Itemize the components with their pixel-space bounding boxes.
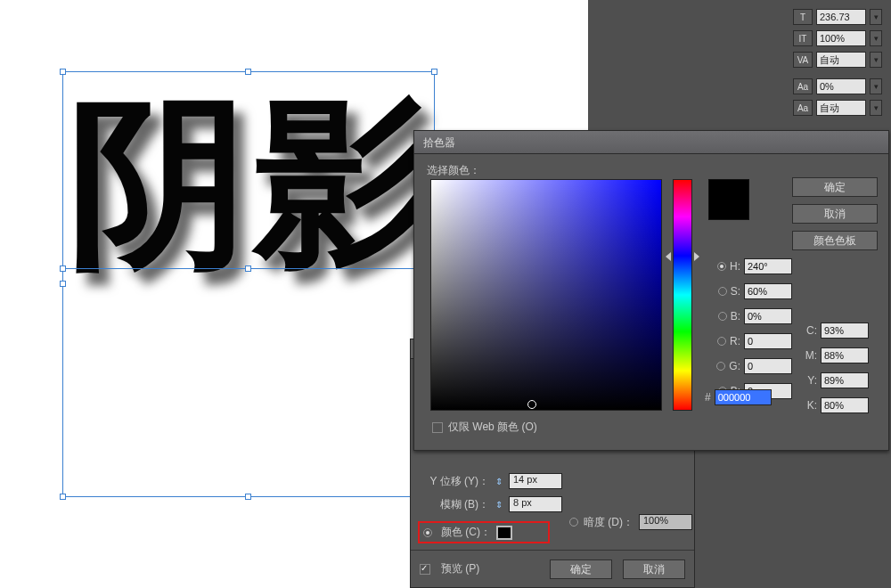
link-icon[interactable]: ⇕ [495, 500, 503, 510]
dialog-title[interactable]: 拾色器 [414, 131, 888, 154]
cancel-button[interactable]: 取消 [623, 559, 685, 579]
s-label: S: [731, 285, 740, 298]
ok-button[interactable]: 确定 [550, 559, 612, 579]
dropdown-icon[interactable]: ▾ [870, 30, 882, 46]
tracking-icon: Aa [793, 100, 813, 116]
kerning-icon: VA [793, 52, 813, 68]
y-offset-label: Y 位移 (Y)： [418, 474, 489, 489]
web-only-checkbox[interactable] [432, 422, 443, 433]
handle-bl[interactable] [60, 494, 66, 500]
k-label: K: [801, 399, 817, 412]
hue-arrow-icon [666, 252, 671, 261]
color-label: 颜色 (C)： [437, 525, 491, 540]
baseline-handle[interactable] [60, 265, 66, 272]
m-field[interactable]: 88% [821, 347, 869, 363]
b-field[interactable]: 0% [744, 308, 792, 324]
tracking-field[interactable]: 自动 [816, 100, 866, 116]
y-label: Y: [801, 374, 817, 387]
saturation-value-box[interactable] [430, 179, 662, 411]
ok-button[interactable]: 确定 [792, 177, 878, 197]
opacity-radio[interactable] [569, 518, 578, 527]
r-radio[interactable] [717, 337, 726, 346]
dropdown-icon[interactable]: ▾ [870, 52, 882, 68]
opacity-label: 暗度 (D)： [584, 515, 634, 530]
h-label: H: [730, 260, 740, 273]
hex-field[interactable]: 000000 [715, 389, 772, 405]
choose-color-label: 选择颜色： [427, 163, 876, 178]
c-field[interactable]: 93% [821, 323, 869, 339]
handle-bm[interactable] [245, 494, 251, 500]
blur-field[interactable]: 8 px [509, 496, 562, 512]
current-color-swatch [708, 179, 749, 220]
hue-arrow-icon [694, 252, 699, 261]
shadow-color-swatch[interactable] [496, 526, 512, 540]
dropdown-icon[interactable]: ▾ [870, 9, 882, 25]
web-only-label: 仅限 Web 颜色 (O) [448, 420, 537, 435]
baseline-handle[interactable] [245, 265, 251, 272]
s-field[interactable]: 60% [744, 283, 792, 299]
color-radio[interactable] [423, 528, 432, 537]
swatches-button[interactable]: 颜色色板 [792, 231, 878, 250]
s-radio[interactable] [718, 287, 727, 296]
opacity-field[interactable]: 100% [639, 514, 692, 530]
handle-tm[interactable] [245, 69, 251, 75]
b-label: B: [731, 310, 740, 323]
cancel-button[interactable]: 取消 [792, 204, 878, 224]
link-icon[interactable]: ⇕ [495, 477, 503, 486]
hue-slider[interactable] [673, 179, 692, 411]
k-field[interactable]: 80% [821, 397, 869, 413]
cmyk-fields: C: 93% M: 88% Y: 89% K: 80% [801, 320, 863, 416]
selection-bounding-box[interactable] [62, 71, 435, 497]
handle-tr[interactable] [431, 69, 437, 75]
baseline-shift-icon: Aa [793, 78, 813, 94]
b-radio[interactable] [718, 312, 727, 321]
m-label: M: [801, 349, 817, 362]
h-radio[interactable] [717, 262, 726, 271]
sv-cursor[interactable] [527, 400, 536, 409]
vertical-scale-icon: IT [793, 30, 813, 46]
y-field[interactable]: 89% [821, 372, 869, 388]
dropdown-icon[interactable]: ▾ [870, 78, 882, 94]
handle-ml[interactable] [60, 281, 66, 287]
preview-label: 预览 (P) [441, 561, 479, 576]
r-field[interactable]: 0 [744, 333, 792, 349]
font-size-icon: T [793, 9, 813, 25]
g-field[interactable]: 0 [744, 358, 792, 374]
kerning-field[interactable]: 自动 [816, 52, 866, 68]
baseline-shift-field[interactable]: 0% [816, 78, 866, 94]
hash-label: # [705, 391, 711, 404]
blur-label: 模糊 (B)： [418, 497, 489, 512]
handle-tl[interactable] [60, 69, 66, 75]
h-field[interactable]: 240° [744, 258, 792, 274]
r-label: R: [730, 335, 740, 347]
vertical-scale-field[interactable]: 100% [816, 30, 866, 46]
font-size-field[interactable]: 236.73 [816, 9, 866, 25]
y-offset-field[interactable]: 14 px [509, 473, 562, 489]
c-label: C: [801, 324, 817, 337]
g-radio[interactable] [716, 362, 725, 371]
color-picker-dialog: 拾色器 选择颜色： 确定 取消 颜色色板 H: 240° S: 60% B: 0… [413, 130, 889, 451]
preview-checkbox[interactable] [420, 564, 430, 575]
g-label: G: [729, 360, 740, 372]
dropdown-icon[interactable]: ▾ [870, 100, 882, 116]
hsb-rgb-fields: H: 240° S: 60% B: 0% R: 0 G: 0 B: 0 [705, 256, 792, 402]
